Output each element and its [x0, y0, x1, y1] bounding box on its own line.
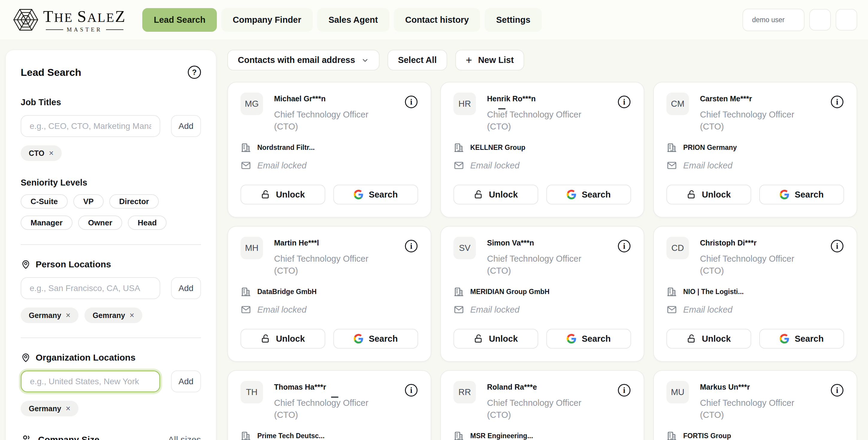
building-icon [241, 142, 251, 153]
google-search-button[interactable]: Search [546, 185, 631, 204]
header-right-cluster: demo user [743, 9, 857, 31]
header-icon-button-1[interactable] [809, 9, 831, 31]
nav-tab-company-finder[interactable]: Company Finder [221, 8, 313, 32]
info-icon[interactable]: i [405, 240, 417, 253]
avatar: MG [241, 93, 263, 115]
job-titles-input[interactable] [21, 115, 160, 137]
google-icon [780, 190, 789, 199]
avatar: MU [666, 381, 689, 404]
lead-card: SV Simon Va***n Chief Technology Officer… [440, 226, 644, 362]
header-icon-button-2[interactable] [836, 9, 857, 31]
lead-job-title: Chief Technology Officer (CTO) [487, 109, 598, 133]
seniority-pill-owner[interactable]: Owner [78, 215, 122, 230]
info-icon[interactable]: i [618, 240, 630, 253]
google-search-button[interactable]: Search [759, 329, 844, 349]
building-icon [666, 142, 677, 153]
unlock-button[interactable]: Unlock [241, 185, 325, 204]
info-icon[interactable]: i [831, 384, 843, 397]
info-icon[interactable]: i [405, 96, 417, 108]
company-name: PRION Germany [683, 144, 737, 152]
lead-job-title: Chief Technology Officer (CTO) [274, 397, 385, 421]
unlock-button[interactable]: Unlock [241, 329, 325, 349]
user-account-box[interactable]: demo user [743, 9, 805, 31]
email-status: Email locked [683, 160, 732, 171]
remove-chip-icon[interactable]: × [130, 312, 134, 320]
company-name: MSR Engineering... [470, 432, 533, 440]
unlock-button[interactable]: Unlock [666, 185, 751, 204]
brand-logo: THE SALEZ MASTER [11, 5, 126, 35]
unlock-button[interactable]: Unlock [454, 185, 538, 204]
nav-tab-contact-history[interactable]: Contact history [394, 8, 480, 32]
lead-name: Martin He***l [274, 239, 385, 247]
job-title-chip: CTO× [21, 145, 62, 161]
building-icon [241, 286, 251, 297]
google-search-button[interactable]: Search [333, 329, 418, 349]
company-name: KELLNER Group [470, 144, 525, 152]
nav-tab-lead-search[interactable]: Lead Search [142, 8, 217, 32]
info-icon[interactable]: i [831, 96, 843, 108]
lead-job-title: Chief Technology Officer (CTO) [274, 109, 385, 133]
seniority-options: C-Suite VP Director Manager Owner Head [21, 194, 201, 230]
seniority-pill-director[interactable]: Director [109, 194, 159, 209]
seniority-pill-c-suite[interactable]: C-Suite [21, 194, 68, 209]
unlock-icon [261, 190, 271, 199]
company-name: NIO | The Logisti... [683, 288, 744, 296]
person-locations-add-button[interactable]: Add [171, 277, 201, 299]
panel-title: Lead Search [21, 66, 81, 78]
google-search-button[interactable]: Search [333, 185, 418, 204]
info-icon[interactable]: i [405, 384, 417, 397]
avatar: TH [241, 381, 263, 404]
lead-card: MH Martin He***l Chief Technology Office… [227, 226, 431, 362]
seniority-pill-head[interactable]: Head [128, 215, 167, 230]
company-name: FORTIS Group [683, 432, 731, 440]
nav-tab-settings[interactable]: Settings [485, 8, 541, 32]
nav-tab-sales-agent[interactable]: Sales Agent [317, 8, 390, 32]
lead-job-title: Chief Technology Officer (CTO) [700, 397, 811, 421]
unlock-button[interactable]: Unlock [666, 329, 751, 349]
building-icon [241, 431, 251, 440]
info-icon[interactable]: i [618, 384, 630, 397]
avatar: CM [666, 93, 689, 115]
remove-chip-icon[interactable]: × [66, 405, 70, 413]
lead-card: CM Carsten Me***r Chief Technology Offic… [653, 82, 857, 217]
organization-locations-add-button[interactable]: Add [171, 371, 201, 392]
info-icon[interactable]: i [831, 240, 843, 253]
lead-search-filters-panel: Lead Search ? Job Titles Add CTO× Senior… [5, 50, 216, 440]
company-name: MERIDIAN Group GmbH [470, 288, 550, 296]
company-name: Prime Tech Deutsc... [257, 432, 325, 440]
seniority-pill-manager[interactable]: Manager [21, 215, 72, 230]
lead-card: CD Christoph Di***r Chief Technology Off… [653, 226, 857, 362]
building-icon [454, 142, 464, 153]
google-icon [780, 334, 789, 344]
organization-locations-input[interactable] [21, 371, 160, 392]
avatar: SV [454, 237, 476, 259]
person-location-chip: Germany× [21, 307, 79, 323]
email-status: Email locked [470, 305, 519, 315]
lead-card: MG Michael Gr***n Chief Technology Offic… [227, 82, 431, 217]
select-all-button[interactable]: Select All [388, 50, 447, 70]
remove-chip-icon[interactable]: × [66, 312, 70, 320]
remove-chip-icon[interactable]: × [49, 149, 54, 157]
email-icon [666, 160, 677, 171]
unlock-button[interactable]: Unlock [454, 329, 538, 349]
unlock-icon [261, 334, 271, 344]
help-icon[interactable]: ? [188, 66, 201, 79]
lead-card: HR Henrik Ro***n Chief Technology Office… [440, 82, 644, 217]
job-titles-add-button[interactable]: Add [171, 115, 201, 137]
seniority-pill-vp[interactable]: VP [73, 194, 104, 209]
google-search-button[interactable]: Search [546, 329, 631, 349]
new-list-button[interactable]: + New List [455, 50, 524, 70]
chevron-down-icon [361, 56, 369, 64]
email-status: Email locked [470, 160, 519, 171]
building-icon [454, 286, 464, 297]
google-search-button[interactable]: Search [759, 185, 844, 204]
brand-tagline: MASTER [46, 26, 123, 33]
contacts-filter-dropdown[interactable]: Contacts with email address [227, 50, 379, 70]
building-icon [666, 286, 677, 297]
email-status: Email locked [257, 305, 306, 315]
avatar: HR [454, 93, 476, 115]
email-icon [454, 160, 464, 171]
divider [21, 338, 201, 338]
person-locations-input[interactable] [21, 277, 160, 299]
info-icon[interactable]: i [618, 96, 630, 108]
